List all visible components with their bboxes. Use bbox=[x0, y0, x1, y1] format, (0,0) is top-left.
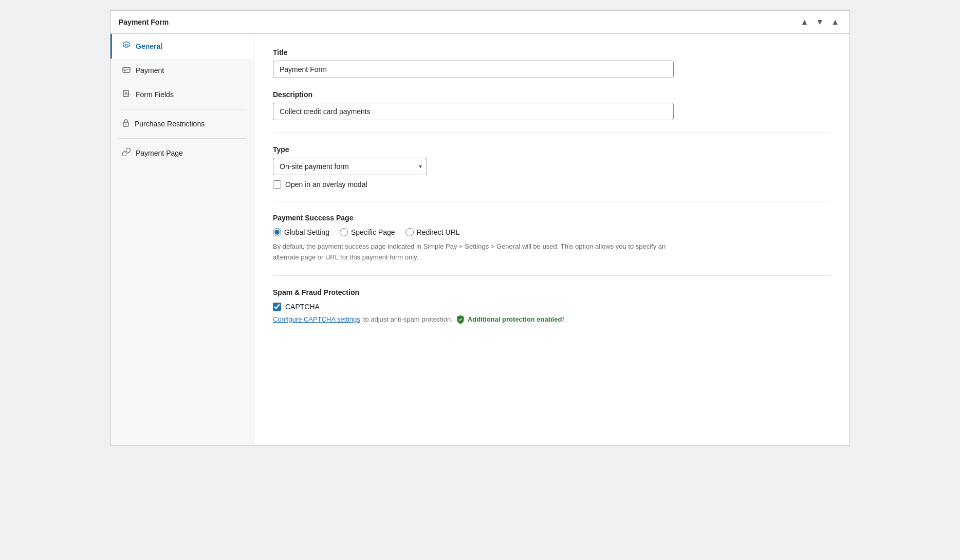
description-input[interactable] bbox=[273, 103, 674, 120]
type-select-wrapper: On-site payment form Off-site payment fo… bbox=[273, 158, 427, 175]
global-setting-radio[interactable] bbox=[273, 228, 281, 236]
payment-success-help: By default, the payment success page ind… bbox=[273, 241, 674, 263]
title-input[interactable] bbox=[273, 61, 674, 78]
widget-body: General Payment bbox=[110, 34, 850, 445]
overlay-label[interactable]: Open in an overlay modal bbox=[285, 180, 367, 189]
sidebar-item-general-label: General bbox=[136, 42, 162, 50]
description-label: Description bbox=[273, 90, 831, 99]
type-select[interactable]: On-site payment form Off-site payment fo… bbox=[273, 158, 427, 175]
svg-rect-1 bbox=[123, 67, 130, 72]
captcha-checkbox[interactable] bbox=[273, 303, 281, 311]
divider-1 bbox=[273, 133, 831, 133]
payment-success-title: Payment Success Page bbox=[273, 214, 831, 222]
main-content: Title Description Type On-site payment f… bbox=[254, 34, 850, 445]
svg-rect-3 bbox=[124, 70, 126, 71]
svg-point-9 bbox=[125, 124, 126, 125]
lock-icon bbox=[122, 119, 130, 129]
spam-fraud-group: Spam & Fraud Protection CAPTCHA Configur… bbox=[273, 288, 831, 324]
description-group: Description bbox=[273, 90, 831, 120]
collapse-up-button[interactable]: ▲ bbox=[798, 17, 810, 27]
protection-enabled-badge: Additional protection enabled! bbox=[456, 315, 564, 324]
sidebar-item-form-fields[interactable]: Form Fields bbox=[110, 82, 254, 107]
redirect-url-label[interactable]: Redirect URL bbox=[417, 228, 460, 236]
divider-3 bbox=[273, 275, 831, 276]
payment-success-radio-group: Global Setting Specific Page Redirect UR… bbox=[273, 228, 831, 236]
edit-icon bbox=[122, 89, 131, 100]
sidebar-divider-2 bbox=[119, 138, 246, 139]
widget-title: Payment Form bbox=[119, 18, 169, 26]
shield-icon bbox=[456, 315, 465, 324]
sidebar-item-payment[interactable]: Payment bbox=[110, 59, 254, 82]
overlay-checkbox[interactable] bbox=[273, 180, 281, 189]
widget-container: Payment Form ▲ ▼ ▲ General bbox=[110, 10, 850, 445]
specific-page-label[interactable]: Specific Page bbox=[351, 228, 395, 236]
widget-header: Payment Form ▲ ▼ ▲ bbox=[110, 11, 850, 34]
type-label: Type bbox=[273, 145, 831, 154]
redirect-url-radio[interactable] bbox=[405, 228, 414, 236]
payment-success-group: Payment Success Page Global Setting Spec… bbox=[273, 214, 831, 263]
overlay-checkbox-row: Open in an overlay modal bbox=[273, 180, 831, 189]
sidebar-item-payment-page-label: Payment Page bbox=[136, 149, 183, 157]
sidebar-item-payment-label: Payment bbox=[136, 66, 164, 74]
sidebar-item-form-fields-label: Form Fields bbox=[136, 90, 174, 99]
credit-card-icon bbox=[122, 66, 131, 75]
sidebar-divider-1 bbox=[119, 109, 246, 109]
captcha-label[interactable]: CAPTCHA bbox=[285, 303, 320, 311]
sidebar: General Payment bbox=[110, 34, 254, 445]
captcha-link-row: Configure CAPTCHA settings to adjust ant… bbox=[273, 315, 831, 324]
sidebar-item-payment-page[interactable]: Payment Page bbox=[110, 141, 254, 165]
title-label: Title bbox=[273, 48, 831, 57]
toggle-button[interactable]: ▲ bbox=[829, 17, 841, 27]
sidebar-item-purchase-restrictions[interactable]: Purchase Restrictions bbox=[110, 111, 254, 136]
collapse-down-button[interactable]: ▼ bbox=[814, 17, 826, 27]
spam-fraud-title: Spam & Fraud Protection bbox=[273, 288, 831, 296]
radio-global-setting: Global Setting bbox=[273, 228, 329, 236]
protection-text: Additional protection enabled! bbox=[468, 315, 564, 323]
sidebar-item-purchase-restrictions-label: Purchase Restrictions bbox=[135, 120, 205, 128]
captcha-row: CAPTCHA bbox=[273, 303, 831, 311]
captcha-help-text: to adjust anti-spam protection. bbox=[363, 315, 453, 323]
radio-redirect-url: Redirect URL bbox=[405, 228, 460, 236]
specific-page-radio[interactable] bbox=[340, 228, 348, 236]
widget-controls: ▲ ▼ ▲ bbox=[798, 17, 841, 27]
link-icon bbox=[122, 148, 131, 158]
radio-specific-page: Specific Page bbox=[340, 228, 395, 236]
title-group: Title bbox=[273, 48, 831, 78]
global-setting-label[interactable]: Global Setting bbox=[284, 228, 329, 236]
gear-icon bbox=[122, 41, 131, 51]
svg-point-0 bbox=[125, 44, 127, 46]
divider-2 bbox=[273, 201, 831, 201]
configure-captcha-link[interactable]: Configure CAPTCHA settings bbox=[273, 315, 360, 323]
type-group: Type On-site payment form Off-site payme… bbox=[273, 145, 831, 189]
sidebar-item-general[interactable]: General bbox=[110, 34, 254, 59]
